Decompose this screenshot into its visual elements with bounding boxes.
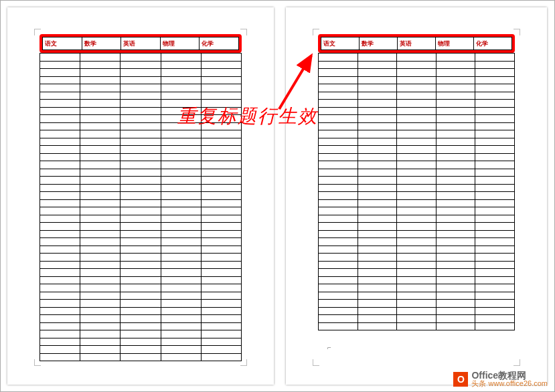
table-row bbox=[40, 353, 242, 361]
table-row bbox=[319, 207, 515, 215]
table-row bbox=[40, 223, 242, 231]
table-cell bbox=[397, 238, 437, 246]
margin-corner bbox=[240, 359, 247, 366]
table-cell bbox=[201, 61, 241, 69]
table-row bbox=[319, 238, 515, 246]
document-page-1: 语文 数学 英语 物理 化学 bbox=[7, 7, 274, 385]
table-cell bbox=[436, 115, 475, 123]
table-cell bbox=[436, 300, 475, 308]
table-cell bbox=[201, 254, 241, 262]
table-cell bbox=[80, 169, 121, 177]
table-cell bbox=[40, 307, 80, 315]
table-row bbox=[319, 153, 515, 161]
table-cell bbox=[121, 338, 161, 346]
table-cell bbox=[475, 76, 515, 84]
table-cell bbox=[80, 238, 121, 246]
table-cell bbox=[161, 346, 201, 354]
table-cell bbox=[40, 346, 80, 354]
table-cell bbox=[319, 315, 358, 323]
table-cell bbox=[436, 138, 475, 146]
table-cell bbox=[121, 261, 161, 269]
table-cell bbox=[201, 207, 241, 215]
table-cell bbox=[201, 169, 241, 177]
table-cell bbox=[121, 269, 161, 277]
table-cell bbox=[358, 223, 397, 231]
table-cell bbox=[201, 54, 241, 62]
table-cell bbox=[161, 269, 201, 277]
table-cell bbox=[319, 153, 358, 161]
table-cell bbox=[201, 161, 241, 169]
table-cell bbox=[80, 100, 121, 108]
table-cell bbox=[161, 54, 201, 62]
table-cell bbox=[358, 269, 397, 277]
table-cell bbox=[80, 300, 121, 308]
table-cell bbox=[397, 76, 437, 84]
table-row bbox=[40, 161, 242, 169]
table-cell bbox=[201, 346, 241, 354]
table-cell bbox=[201, 192, 241, 200]
table-row bbox=[40, 246, 242, 254]
table-cell bbox=[358, 215, 397, 223]
table-cell bbox=[358, 292, 397, 300]
table-row bbox=[319, 122, 515, 130]
table-cell bbox=[40, 207, 80, 215]
table-cell bbox=[161, 307, 201, 315]
table-cell bbox=[358, 315, 397, 323]
table-row bbox=[319, 223, 515, 231]
table-cell bbox=[358, 284, 397, 292]
table-row bbox=[319, 215, 515, 223]
margin-corner bbox=[34, 29, 41, 35]
table-row bbox=[40, 169, 242, 177]
svg-line-1 bbox=[279, 56, 311, 109]
table-cell bbox=[319, 292, 358, 300]
watermark: O Office教程网 头条 www.office26.com bbox=[453, 371, 548, 387]
table-cell bbox=[436, 230, 475, 238]
table-cell bbox=[40, 276, 80, 284]
table-cell bbox=[358, 54, 397, 62]
table-cell bbox=[319, 115, 358, 123]
table-cell bbox=[40, 122, 80, 130]
table-cell bbox=[80, 346, 121, 354]
table-row bbox=[40, 177, 242, 185]
table-cell bbox=[397, 261, 437, 269]
table-cell bbox=[319, 122, 358, 130]
table-cell bbox=[436, 215, 475, 223]
table-cell bbox=[40, 177, 80, 185]
table-cell bbox=[40, 184, 80, 192]
table-cell bbox=[436, 307, 475, 315]
table-cell bbox=[40, 138, 80, 146]
table-cell bbox=[121, 192, 161, 200]
table-cell bbox=[475, 284, 515, 292]
table-cell bbox=[40, 107, 80, 115]
table-cell bbox=[397, 246, 437, 254]
table-cell bbox=[319, 246, 358, 254]
table-cell bbox=[475, 115, 515, 123]
table-cell bbox=[40, 169, 80, 177]
table-cell bbox=[319, 215, 358, 223]
table-cell bbox=[80, 215, 121, 223]
table-cell bbox=[475, 322, 515, 330]
document-page-2: 语文 数学 英语 物理 化学 ⌐ bbox=[286, 7, 547, 385]
table-cell bbox=[358, 230, 397, 238]
table-cell bbox=[161, 153, 201, 161]
table-cell bbox=[475, 69, 515, 77]
table-cell bbox=[40, 100, 80, 108]
table-cell bbox=[121, 61, 161, 69]
table-cell bbox=[475, 307, 515, 315]
col-header: 化学 bbox=[474, 37, 512, 50]
table-cell bbox=[201, 261, 241, 269]
table-cell bbox=[436, 122, 475, 130]
table-row bbox=[40, 307, 242, 315]
table-cell bbox=[397, 61, 437, 69]
table-cell bbox=[121, 130, 161, 138]
text-cursor-icon: ⌐ bbox=[327, 344, 331, 351]
col-header: 数学 bbox=[360, 37, 398, 50]
table-cell bbox=[40, 353, 80, 361]
table-cell bbox=[40, 153, 80, 161]
table-row bbox=[319, 69, 515, 77]
table-cell bbox=[40, 315, 80, 323]
table-cell bbox=[40, 261, 80, 269]
table-row bbox=[319, 322, 515, 330]
table-cell bbox=[475, 238, 515, 246]
table-row bbox=[40, 184, 242, 192]
